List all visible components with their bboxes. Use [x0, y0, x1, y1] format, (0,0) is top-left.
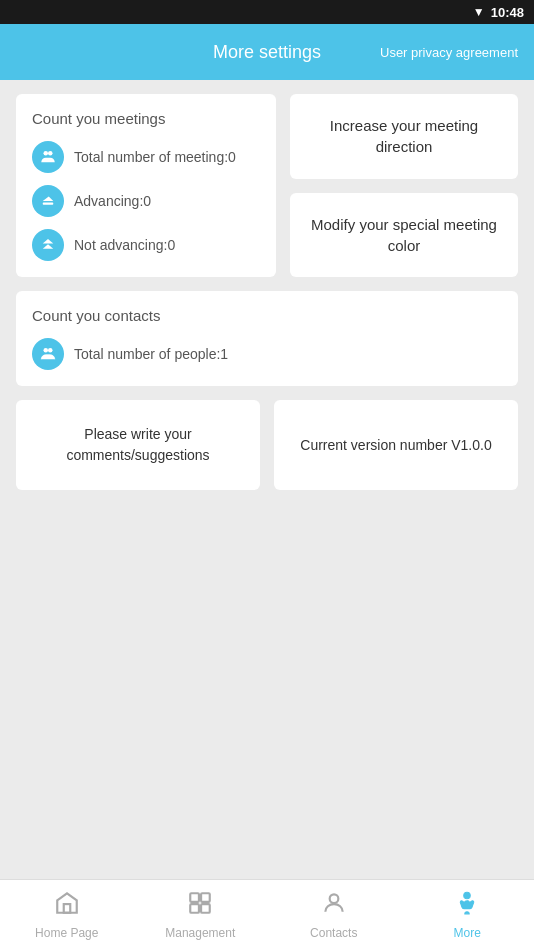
comments-card[interactable]: Please write your comments/suggestions	[16, 400, 260, 490]
right-cards: Increase your meeting direction Modify y…	[290, 94, 518, 277]
not-advancing-label: Not advancing:0	[74, 237, 175, 253]
svg-point-7	[48, 348, 53, 353]
svg-rect-11	[191, 904, 200, 913]
nav-management[interactable]: Management	[134, 880, 268, 949]
svg-marker-2	[43, 197, 54, 202]
svg-marker-5	[43, 244, 54, 249]
modify-meeting-card[interactable]: Modify your special meeting color	[290, 193, 518, 278]
header: More settings User privacy agreement	[0, 24, 534, 80]
modify-meeting-label: Modify your special meeting color	[306, 214, 502, 256]
nav-more-label: More	[454, 926, 481, 940]
svg-rect-12	[201, 904, 210, 913]
privacy-link[interactable]: User privacy agreement	[380, 45, 518, 60]
nav-management-label: Management	[165, 926, 235, 940]
svg-point-13	[329, 894, 338, 903]
not-advancing-icon	[32, 229, 64, 261]
contacts-title: Count you contacts	[32, 307, 502, 324]
bottom-nav: Home Page Management Contacts Mo	[0, 879, 534, 949]
management-icon	[187, 890, 213, 922]
svg-point-0	[44, 151, 49, 156]
meetings-title: Count you meetings	[32, 110, 260, 127]
meetings-card: Count you meetings Total number of meeti…	[16, 94, 276, 277]
advancing-row: Advancing:0	[32, 185, 260, 217]
main-content: Count you meetings Total number of meeti…	[0, 80, 534, 879]
svg-marker-4	[43, 239, 54, 244]
svg-rect-8	[64, 904, 71, 913]
meetings-icon	[32, 141, 64, 173]
increase-meeting-card[interactable]: Increase your meeting direction	[290, 94, 518, 179]
advancing-icon	[32, 185, 64, 217]
contacts-icon	[32, 338, 64, 370]
nav-home[interactable]: Home Page	[0, 880, 134, 949]
nav-contacts-label: Contacts	[310, 926, 357, 940]
nav-home-label: Home Page	[35, 926, 98, 940]
version-label: Current version number V1.0.0	[300, 435, 491, 456]
svg-point-6	[44, 348, 49, 353]
total-meetings-label: Total number of meeting:0	[74, 149, 236, 165]
svg-rect-3	[43, 203, 54, 205]
contacts-nav-icon	[321, 890, 347, 922]
status-time: 10:48	[491, 5, 524, 20]
bottom-row: Please write your comments/suggestions C…	[16, 400, 518, 490]
advancing-label: Advancing:0	[74, 193, 151, 209]
status-bar: ▼ 10:48	[0, 0, 534, 24]
version-card: Current version number V1.0.0	[274, 400, 518, 490]
top-row: Count you meetings Total number of meeti…	[16, 94, 518, 277]
svg-point-1	[48, 151, 53, 156]
total-contacts-row: Total number of people:1	[32, 338, 502, 370]
comments-label: Please write your comments/suggestions	[32, 424, 244, 466]
home-icon	[54, 890, 80, 922]
nav-more[interactable]: More	[401, 880, 535, 949]
total-meetings-row: Total number of meeting:0	[32, 141, 260, 173]
svg-rect-10	[201, 893, 210, 902]
more-icon	[454, 890, 480, 922]
total-contacts-label: Total number of people:1	[74, 346, 228, 362]
wifi-icon: ▼	[473, 5, 485, 19]
not-advancing-row: Not advancing:0	[32, 229, 260, 261]
nav-contacts[interactable]: Contacts	[267, 880, 401, 949]
increase-meeting-label: Increase your meeting direction	[306, 115, 502, 157]
svg-rect-9	[191, 893, 200, 902]
header-title: More settings	[213, 42, 321, 63]
contacts-card: Count you contacts Total number of peopl…	[16, 291, 518, 386]
